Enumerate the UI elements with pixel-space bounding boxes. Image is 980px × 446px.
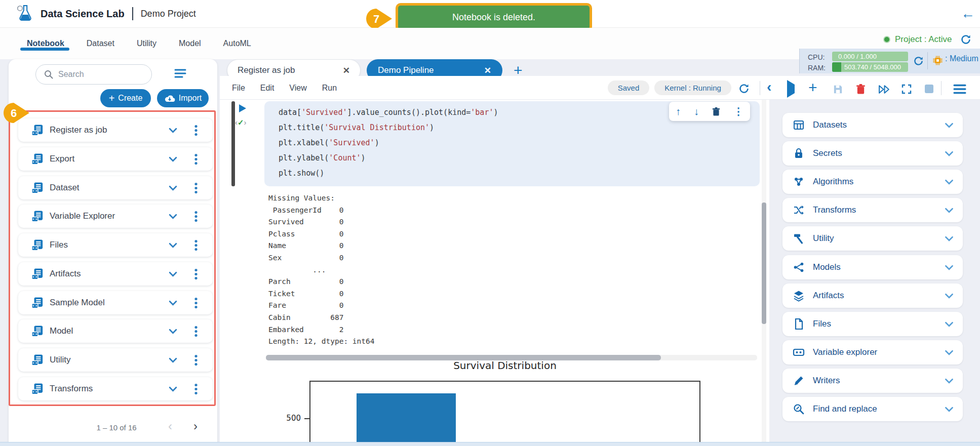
cell-kebab-icon[interactable]: ⋮	[733, 105, 743, 117]
sidebar-item-model[interactable]: Model	[18, 319, 213, 343]
chevron-down-icon[interactable]	[169, 271, 177, 277]
sidebar-item-label: Model	[50, 326, 169, 336]
chevron-down-icon[interactable]	[169, 156, 177, 162]
chevron-down-icon[interactable]	[945, 265, 954, 270]
hamburger-menu-icon[interactable]	[953, 84, 966, 94]
pagination-next-icon[interactable]: ›	[193, 420, 198, 432]
code-line: plt.title('Survival Distribution')	[279, 120, 498, 135]
save-icon[interactable]	[833, 84, 843, 95]
chevron-down-icon[interactable]	[945, 236, 954, 241]
code-editor[interactable]: data['Survived'].value_counts().plot(kin…	[279, 105, 498, 181]
chevron-down-icon[interactable]	[169, 185, 177, 191]
stats-refresh-icon[interactable]	[913, 56, 924, 66]
kebab-menu-icon[interactable]	[194, 125, 198, 136]
sidebar-item-utility[interactable]: Utility	[18, 348, 213, 372]
chart-title: Survival Distribution	[309, 359, 700, 372]
add-cell-icon[interactable]: +	[808, 79, 817, 96]
chevron-down-icon[interactable]	[945, 179, 954, 185]
chevron-down-icon[interactable]	[945, 407, 954, 412]
kebab-menu-icon[interactable]	[194, 211, 198, 222]
project-refresh-icon[interactable]	[960, 34, 971, 45]
create-button[interactable]: + Create	[100, 89, 151, 107]
tab-dataset[interactable]: Dataset	[87, 39, 114, 48]
chevron-down-icon[interactable]	[945, 123, 954, 128]
panel-item-find-and-replace[interactable]: Find and replace	[782, 397, 963, 421]
chevron-down-icon[interactable]	[169, 214, 177, 219]
chevron-down-icon[interactable]	[945, 293, 954, 299]
panel-item-transforms[interactable]: Transforms	[782, 198, 963, 222]
cell-run-icon[interactable]	[239, 104, 246, 112]
close-icon[interactable]: ✕	[484, 65, 491, 76]
close-icon[interactable]: ✕	[343, 65, 350, 76]
search-icon	[44, 70, 53, 79]
search-input[interactable]: Search	[35, 64, 152, 85]
chevron-down-icon[interactable]	[945, 151, 954, 156]
panel-item-models[interactable]: Models	[782, 255, 963, 279]
chevron-down-icon[interactable]	[169, 386, 177, 392]
kebab-menu-icon[interactable]	[194, 239, 198, 251]
fullscreen-icon[interactable]	[901, 84, 912, 94]
tab-utility[interactable]: Utility	[137, 39, 156, 48]
chevron-down-icon[interactable]	[169, 329, 177, 334]
kernel-refresh-icon[interactable]	[738, 83, 750, 94]
kebab-menu-icon[interactable]	[194, 383, 198, 395]
sidebar-item-export[interactable]: Export	[18, 147, 213, 171]
chevron-down-icon[interactable]	[169, 128, 177, 133]
sidebar-item-register-as-job[interactable]: Register as job	[18, 118, 213, 142]
chevron-down-icon[interactable]	[169, 357, 177, 363]
kebab-menu-icon[interactable]	[194, 268, 198, 280]
chevron-down-icon[interactable]	[945, 378, 954, 384]
run-all-icon[interactable]	[878, 85, 891, 94]
delete-cell-icon[interactable]	[712, 107, 720, 116]
tab-notebook[interactable]: Notebook	[27, 39, 64, 48]
kernel-status-badge: Kernel : Running	[654, 80, 731, 95]
sidebar-item-sample-model[interactable]: Sample Model	[18, 291, 213, 314]
kebab-menu-icon[interactable]	[194, 326, 198, 337]
chevron-down-icon[interactable]	[945, 208, 954, 213]
window-bottom-strip	[0, 442, 980, 446]
move-cell-down-icon[interactable]: ↓	[694, 106, 699, 117]
tab-model[interactable]: Model	[179, 39, 201, 48]
chevron-down-icon[interactable]	[169, 300, 177, 306]
panel-item-datasets[interactable]: Datasets	[782, 113, 963, 137]
prev-cell-icon[interactable]: ‹	[767, 79, 771, 95]
menubar: File Edit View Run	[232, 81, 352, 95]
panel-item-artifacts[interactable]: Artifacts	[782, 283, 963, 308]
menu-edit[interactable]: Edit	[260, 84, 275, 93]
panel-item-algorithms[interactable]: Algorithms	[782, 170, 963, 194]
variable-explorer-icon	[793, 346, 805, 358]
sidebar-menu-icon[interactable]	[174, 68, 186, 78]
panel-item-secrets[interactable]: Secrets	[782, 141, 963, 166]
kebab-menu-icon[interactable]	[194, 153, 198, 165]
sidebar-item-label: Transforms	[50, 384, 169, 394]
stop-icon[interactable]	[925, 85, 933, 93]
chevron-down-icon[interactable]	[945, 321, 954, 327]
panel-item-writers[interactable]: Writers	[782, 369, 963, 393]
panel-item-variable-explorer[interactable]: Variable explorer	[782, 340, 963, 364]
menu-view[interactable]: View	[289, 84, 306, 93]
sidebar-item-variable-explorer[interactable]: Variable Explorer	[18, 205, 213, 228]
kebab-menu-icon[interactable]	[194, 182, 198, 194]
delete-icon[interactable]	[856, 84, 866, 95]
tab-automl[interactable]: AutoML	[223, 39, 251, 48]
back-arrow-icon[interactable]: ←	[961, 7, 975, 21]
sidebar-item-files[interactable]: Files	[18, 233, 213, 257]
sidebar-item-artifacts[interactable]: Artifacts	[18, 262, 213, 286]
move-cell-up-icon[interactable]: ↑	[676, 106, 681, 117]
brand-title: Data Science Lab	[41, 8, 125, 20]
pagination-prev-icon[interactable]: ‹	[168, 420, 172, 432]
panel-item-utility[interactable]: Utility	[782, 226, 963, 251]
menu-run[interactable]: Run	[322, 84, 337, 93]
panel-item-files[interactable]: Files	[782, 312, 963, 336]
cloud-download-icon	[164, 94, 175, 103]
kebab-menu-icon[interactable]	[194, 297, 198, 309]
chevron-down-icon[interactable]	[945, 350, 954, 355]
kebab-menu-icon[interactable]	[194, 354, 198, 366]
run-cell-icon[interactable]	[787, 85, 795, 94]
menu-file[interactable]: File	[232, 84, 245, 93]
sidebar-item-transforms[interactable]: Transforms	[18, 377, 213, 400]
sidebar-item-dataset[interactable]: Dataset	[18, 176, 213, 199]
chevron-down-icon[interactable]	[169, 242, 177, 248]
notebook-vscrollbar-thumb[interactable]	[762, 202, 766, 324]
import-button[interactable]: Import	[157, 89, 209, 107]
